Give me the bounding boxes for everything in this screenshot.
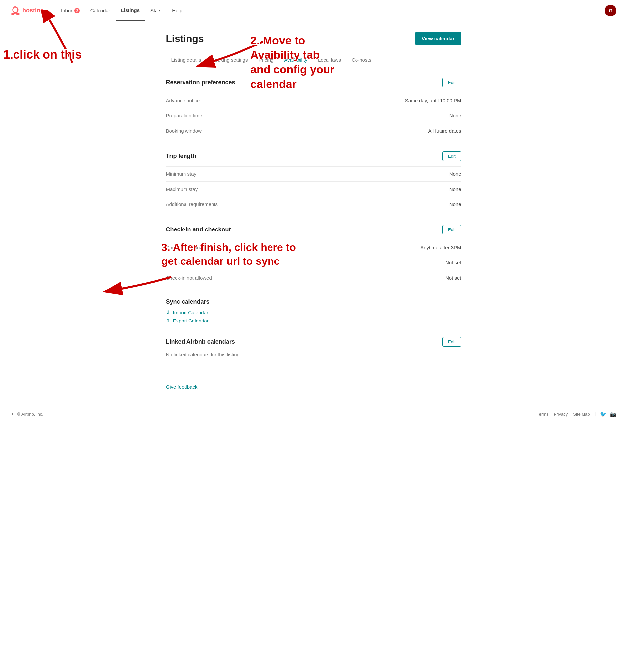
checkin-not-allowed-row: Check-in not allowed Not set bbox=[166, 270, 461, 285]
minimum-stay-row: Minimum stay None bbox=[166, 166, 461, 182]
linked-calendars-title: Linked Airbnb calendars bbox=[166, 338, 235, 345]
footer: ✈ © Airbnb, Inc. Terms Privacy Site Map … bbox=[0, 403, 627, 425]
nav-help[interactable]: Help bbox=[167, 0, 187, 21]
nav-calendar[interactable]: Calendar bbox=[85, 0, 116, 21]
checkin-not-allowed-label: Check-in not allowed bbox=[166, 275, 212, 281]
nav-listings[interactable]: Listings bbox=[116, 0, 145, 21]
avatar[interactable]: G bbox=[605, 5, 617, 17]
import-calendar-link[interactable]: ⇓ Import Calendar bbox=[166, 309, 461, 316]
give-feedback-link[interactable]: Give feedback bbox=[166, 384, 198, 390]
maximum-stay-label: Maximum stay bbox=[166, 186, 198, 192]
page-title: Listings bbox=[166, 33, 204, 44]
checkout-time-label: Checkout time bbox=[166, 260, 198, 265]
nav-stats[interactable]: Stats bbox=[145, 0, 167, 21]
instagram-icon[interactable]: 📷 bbox=[610, 411, 617, 417]
checkin-checkout-edit-button[interactable]: Edit bbox=[443, 225, 461, 235]
tab-booking-settings[interactable]: Booking settings bbox=[206, 53, 253, 67]
maximum-stay-row: Maximum stay None bbox=[166, 182, 461, 196]
checkin-checkout-title: Check-in and checkout bbox=[166, 226, 231, 233]
trip-length-title: Trip length bbox=[166, 153, 196, 160]
linked-calendars-section: Linked Airbnb calendars Edit No linked c… bbox=[166, 337, 461, 363]
facebook-icon[interactable]: f bbox=[595, 411, 597, 417]
tab-co-hosts[interactable]: Co-hosts bbox=[346, 53, 377, 67]
additional-requirements-row: Additional requirements None bbox=[166, 196, 461, 212]
footer-privacy-link[interactable]: Privacy bbox=[554, 412, 568, 417]
checkin-checkout-section: Check-in and checkout Edit Check-in wind… bbox=[166, 225, 461, 285]
booking-window-label: Booking window bbox=[166, 128, 202, 134]
reservation-preferences-title: Reservation preferences bbox=[166, 79, 235, 86]
advance-notice-row: Advance notice Same day, until 10:00 PM bbox=[166, 93, 461, 108]
linked-calendars-header: Linked Airbnb calendars Edit bbox=[166, 337, 461, 346]
checkin-window-value: Anytime after 3PM bbox=[420, 245, 461, 250]
navbar: hosting Inbox 3 Calendar Listings Stats … bbox=[0, 0, 627, 21]
linked-calendars-divider bbox=[166, 363, 461, 363]
booking-window-value: All future dates bbox=[428, 128, 461, 134]
preparation-time-row: Preparation time None bbox=[166, 108, 461, 123]
checkin-not-allowed-value: Not set bbox=[446, 275, 461, 281]
preparation-time-label: Preparation time bbox=[166, 113, 202, 118]
checkin-window-label: Check-in window bbox=[166, 245, 203, 250]
nav-links: Inbox 3 Calendar Listings Stats Help bbox=[56, 0, 187, 21]
additional-requirements-label: Additional requirements bbox=[166, 201, 218, 207]
export-calendar-link[interactable]: ⇑ Export Calendar bbox=[166, 317, 461, 324]
trip-length-edit-button[interactable]: Edit bbox=[443, 151, 461, 161]
sync-calendars-section: Sync calendars ⇓ Import Calendar ⇑ Expor… bbox=[166, 298, 461, 324]
import-icon: ⇓ bbox=[166, 309, 170, 316]
tab-local-laws[interactable]: Local laws bbox=[313, 53, 346, 67]
footer-terms-link[interactable]: Terms bbox=[537, 412, 548, 417]
booking-window-row: Booking window All future dates bbox=[166, 123, 461, 138]
no-linked-text: No linked calendars for this listing bbox=[166, 352, 461, 357]
footer-social: f 🐦 📷 bbox=[595, 411, 617, 417]
footer-sitemap-link[interactable]: Site Map bbox=[573, 412, 590, 417]
checkout-time-value: Not set bbox=[446, 260, 461, 265]
advance-notice-label: Advance notice bbox=[166, 98, 200, 103]
airbnb-footer-icon: ✈ bbox=[10, 412, 14, 417]
footer-links: Terms Privacy Site Map f 🐦 📷 bbox=[537, 411, 617, 417]
tabs: Listing details Booking settings Pricing… bbox=[166, 53, 461, 67]
checkin-window-row: Check-in window Anytime after 3PM bbox=[166, 240, 461, 255]
sync-calendars-title: Sync calendars bbox=[166, 298, 461, 305]
reservation-preferences-edit-button[interactable]: Edit bbox=[443, 78, 461, 87]
annotation-step1: 1.click on this bbox=[3, 48, 82, 62]
tab-listing-details[interactable]: Listing details bbox=[166, 53, 207, 67]
minimum-stay-value: None bbox=[449, 171, 461, 177]
export-icon: ⇑ bbox=[166, 317, 170, 324]
additional-requirements-value: None bbox=[449, 201, 461, 207]
advance-notice-value: Same day, until 10:00 PM bbox=[405, 98, 461, 103]
brand-logo[interactable]: hosting bbox=[10, 6, 44, 15]
nav-inbox[interactable]: Inbox 3 bbox=[56, 0, 85, 21]
inbox-badge: 3 bbox=[74, 8, 80, 13]
page-header: Listings View calendar bbox=[166, 32, 461, 45]
tab-availability[interactable]: Availability bbox=[279, 53, 313, 67]
view-calendar-button[interactable]: View calendar bbox=[415, 32, 461, 45]
reservation-preferences-section: Reservation preferences Edit Advance not… bbox=[166, 78, 461, 138]
checkin-checkout-header: Check-in and checkout Edit bbox=[166, 225, 461, 235]
linked-calendars-edit-button[interactable]: Edit bbox=[443, 337, 461, 346]
preparation-time-value: None bbox=[449, 113, 461, 118]
checkout-time-row: Checkout time Not set bbox=[166, 255, 461, 270]
reservation-preferences-header: Reservation preferences Edit bbox=[166, 78, 461, 87]
footer-copyright: ✈ © Airbnb, Inc. bbox=[10, 412, 43, 417]
minimum-stay-label: Minimum stay bbox=[166, 171, 197, 177]
trip-length-section: Trip length Edit Minimum stay None Maxim… bbox=[166, 151, 461, 212]
brand-name: hosting bbox=[22, 7, 44, 14]
twitter-icon[interactable]: 🐦 bbox=[600, 411, 607, 417]
trip-length-header: Trip length Edit bbox=[166, 151, 461, 161]
maximum-stay-value: None bbox=[449, 186, 461, 192]
main-content: Listings View calendar Listing details B… bbox=[155, 21, 472, 403]
tab-pricing[interactable]: Pricing bbox=[253, 53, 279, 67]
navbar-right: G bbox=[605, 5, 617, 17]
airbnb-icon bbox=[10, 6, 20, 15]
